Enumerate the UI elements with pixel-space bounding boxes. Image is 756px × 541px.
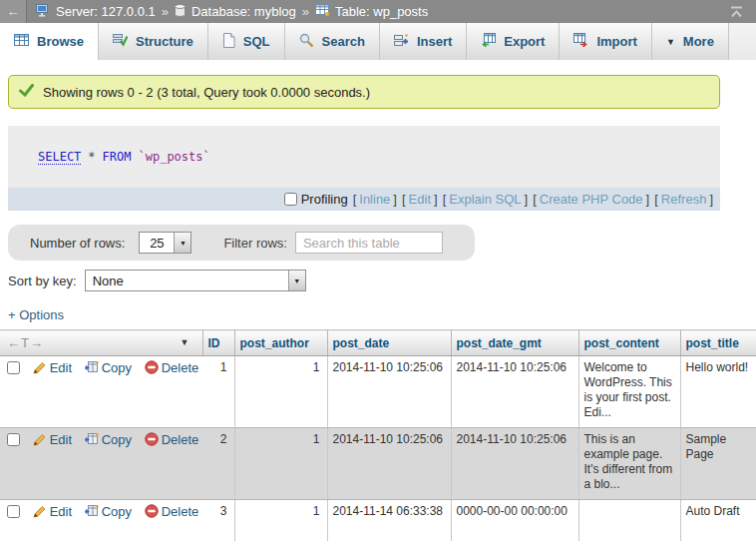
tab-bar: Browse Structure SQL Search Insert Expor…: [0, 23, 756, 60]
status-message-text: Showing rows 0 - 2 (3 total, Query took …: [43, 85, 370, 100]
tab-export[interactable]: Export: [467, 23, 560, 60]
delete-link[interactable]: Delete: [162, 504, 199, 519]
edit-query-link[interactable]: Edit: [409, 192, 431, 207]
profiling-checkbox[interactable]: [284, 193, 297, 206]
copy-icon: [85, 505, 99, 521]
sort-by-key-label: Sort by key:: [8, 273, 77, 288]
tab-label: More: [683, 34, 714, 49]
column-header-id[interactable]: ID: [202, 330, 234, 356]
cell-post-author[interactable]: 1: [234, 356, 327, 428]
rows-control-bar: Number of rows: 25 ▼ Filter rows:: [8, 225, 475, 261]
cell-post-title[interactable]: Hello world!: [680, 356, 756, 428]
bracket: [: [353, 192, 357, 207]
cell-post-title[interactable]: Sample Page: [680, 428, 756, 500]
number-of-rows-select[interactable]: 25 ▼: [139, 232, 191, 254]
search-icon: [299, 33, 314, 51]
chevron-down-icon: ▼: [666, 37, 675, 47]
column-header-post-author[interactable]: post_author: [234, 330, 327, 356]
column-order-controls[interactable]: ←T→: [7, 335, 44, 350]
breadcrumb-bar: ← Server: 127.0.0.1 » Database: myblog »…: [0, 0, 756, 23]
delete-icon: [145, 360, 159, 377]
tab-search[interactable]: Search: [285, 23, 380, 60]
cell-id[interactable]: 2: [202, 428, 234, 500]
tab-structure[interactable]: Structure: [99, 23, 208, 60]
breadcrumb-server[interactable]: Server: 127.0.0.1: [56, 4, 156, 19]
row-checkbox[interactable]: [7, 433, 20, 446]
query-toolbar: Profiling [ Inline ] [ Edit ] [ Explain …: [8, 188, 720, 211]
sql-keyword-from: FROM: [103, 150, 132, 164]
bracket: ]: [434, 192, 438, 207]
inline-link[interactable]: Inline: [359, 192, 390, 207]
edit-link[interactable]: Edit: [50, 432, 72, 447]
header-row: ▼ ←T→ ID post_author post_date post_date…: [0, 330, 756, 356]
cell-post-date[interactable]: 2014-11-14 06:33:38: [327, 500, 451, 541]
insert-icon: [394, 33, 409, 51]
cell-post-content[interactable]: This is an example page. It's different …: [578, 428, 680, 500]
column-header-post-title[interactable]: post_title: [680, 330, 756, 356]
delete-icon: [145, 432, 159, 449]
breadcrumb-table[interactable]: Table: wp_posts: [335, 4, 428, 19]
cell-post-date[interactable]: 2014-11-10 10:25:06: [327, 356, 451, 428]
filter-rows-label: Filter rows:: [223, 236, 287, 251]
copy-link[interactable]: Copy: [102, 504, 132, 519]
row-checkbox[interactable]: [7, 505, 20, 518]
edit-link[interactable]: Edit: [50, 360, 72, 375]
column-header-post-date[interactable]: post_date: [327, 330, 451, 356]
sidebar-toggle-button[interactable]: ←: [0, 0, 27, 23]
column-header-post-content[interactable]: post_content: [578, 330, 680, 356]
copy-link[interactable]: Copy: [102, 360, 132, 375]
collapse-top-icon[interactable]: [729, 6, 744, 18]
cell-post-author[interactable]: 1: [234, 428, 327, 500]
refresh-link[interactable]: Refresh: [661, 192, 707, 207]
sql-icon: [222, 33, 235, 51]
copy-icon: [85, 433, 99, 449]
table-row: Edit Copy Delete 1 1 2014-11-10 10:25:06…: [0, 356, 756, 428]
cell-id[interactable]: 1: [202, 356, 234, 428]
copy-icon: [85, 361, 99, 377]
cell-post-title[interactable]: Auto Draft: [680, 500, 756, 541]
cell-post-author[interactable]: 1: [234, 500, 327, 541]
cell-post-date-gmt[interactable]: 2014-11-10 10:25:06: [451, 356, 578, 428]
select-caret-icon: ▼: [174, 233, 190, 253]
check-icon: [19, 84, 34, 100]
tab-label: Search: [322, 34, 365, 49]
cell-post-date-gmt[interactable]: 2014-11-10 10:25:06: [451, 428, 578, 500]
number-of-rows-label: Number of rows:: [30, 236, 125, 251]
bracket: [: [654, 192, 658, 207]
tab-label: Insert: [417, 34, 452, 49]
results-table: ▼ ←T→ ID post_author post_date post_date…: [0, 329, 756, 541]
cell-post-date-gmt[interactable]: 0000-00-00 00:00:00: [451, 500, 578, 541]
with-selected-caret-icon[interactable]: ▼: [181, 337, 189, 347]
tab-browse[interactable]: Browse: [0, 23, 99, 60]
sort-by-key-select[interactable]: None ▼: [85, 270, 306, 291]
sql-query-text: SELECT*FROM`wp_posts`: [8, 126, 720, 188]
breadcrumb: Server: 127.0.0.1 » Database: myblog » T…: [27, 4, 729, 20]
pencil-icon: [33, 505, 47, 521]
filter-rows-input[interactable]: [295, 232, 443, 254]
explain-sql-link[interactable]: Explain SQL: [449, 192, 521, 207]
tab-import[interactable]: Import: [560, 23, 651, 60]
bracket: [: [402, 192, 406, 207]
options-toggle[interactable]: + Options: [8, 307, 64, 322]
breadcrumb-database[interactable]: Database: myblog: [191, 4, 296, 19]
pencil-icon: [33, 361, 47, 377]
copy-link[interactable]: Copy: [102, 432, 132, 447]
number-of-rows-value: 25: [140, 236, 174, 251]
delete-icon: [145, 504, 159, 521]
tab-sql[interactable]: SQL: [208, 23, 285, 60]
tab-insert[interactable]: Insert: [380, 23, 467, 60]
column-header-post-date-gmt[interactable]: post_date_gmt: [451, 330, 578, 356]
cell-post-date[interactable]: 2014-11-10 10:25:06: [327, 428, 451, 500]
tab-label: SQL: [243, 34, 270, 49]
tab-more[interactable]: ▼ More: [652, 23, 729, 60]
structure-icon: [113, 33, 128, 50]
cell-post-content[interactable]: [578, 500, 680, 541]
delete-link[interactable]: Delete: [162, 432, 199, 447]
cell-id[interactable]: 3: [202, 500, 234, 541]
create-php-code-link[interactable]: Create PHP Code: [540, 192, 643, 207]
sql-star: *: [88, 150, 95, 164]
cell-post-content[interactable]: Welcome to WordPress. This is your first…: [578, 356, 680, 428]
row-checkbox[interactable]: [7, 361, 20, 374]
delete-link[interactable]: Delete: [162, 360, 199, 375]
edit-link[interactable]: Edit: [50, 504, 72, 519]
